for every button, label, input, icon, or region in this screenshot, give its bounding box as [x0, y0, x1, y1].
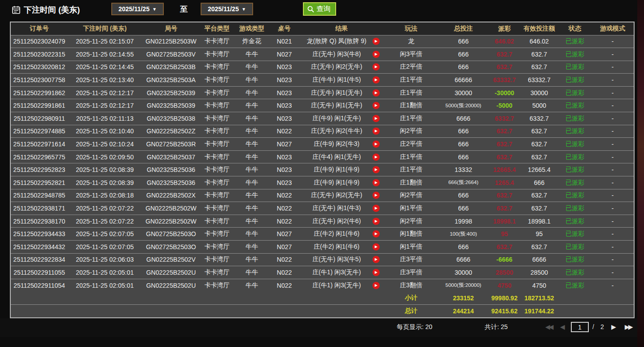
header-total-bet: 总投注 — [438, 22, 489, 35]
cell-table-no: N023 — [270, 61, 299, 74]
header-bet-time: 下注时间 (美东) — [68, 22, 142, 35]
cell-status: 已派彩 — [558, 189, 591, 202]
cell-order-id: 251125022971614 — [11, 138, 68, 151]
result-text: 庄(无牛) 闲2(牛6) — [312, 217, 361, 224]
replay-icon[interactable]: ▶ — [372, 38, 380, 45]
cell-total-bet: 30000 — [438, 266, 489, 279]
cell-payout: -6666 — [489, 253, 520, 266]
cell-bet-time: 2025-11-25 02:07:05 — [68, 241, 142, 254]
cell-round-id: GN02325B25036 — [142, 176, 200, 189]
cell-total-bet: 666 — [438, 202, 489, 215]
cell-payout: 6332.7 — [489, 112, 520, 125]
cell-status: 已派彩 — [558, 241, 591, 254]
cell-result: 庄(牛牛) 闲1(牛5) ▶ — [299, 74, 384, 87]
first-page-icon[interactable]: ◀◀ — [545, 323, 552, 330]
last-page-icon[interactable]: ▶▶ — [625, 323, 632, 330]
cell-game-mode: - — [591, 35, 634, 48]
cell-game-type: 炸金花 — [234, 35, 270, 48]
page-number-input[interactable] — [571, 322, 589, 332]
replay-icon[interactable]: ▶ — [372, 269, 380, 276]
replay-icon[interactable]: ▶ — [372, 102, 380, 109]
replay-icon[interactable]: ▶ — [372, 243, 380, 250]
cell-platform: 卡卡湾厅 — [200, 86, 234, 99]
subtotal-valid-bet: 182713.52 — [520, 292, 558, 305]
replay-icon[interactable]: ▶ — [372, 76, 380, 83]
cell-game-mode: - — [591, 150, 634, 163]
cell-table-no: N021 — [270, 35, 299, 48]
cell-game-mode: - — [591, 266, 634, 279]
cell-game-mode: - — [591, 228, 634, 241]
cell-total-bet: 666 — [438, 125, 489, 138]
cell-game-type: 牛牛 — [234, 125, 270, 138]
replay-icon[interactable]: ▶ — [372, 127, 380, 135]
cell-platform: 卡卡湾厅 — [200, 202, 234, 215]
cell-play: 庄2平倍 — [384, 138, 438, 151]
replay-icon[interactable]: ▶ — [372, 141, 380, 148]
replay-icon[interactable]: ▶ — [372, 282, 380, 289]
cell-table-no: N022 — [270, 202, 299, 215]
result-text: 庄(无牛) 闲3(牛8) — [312, 50, 361, 57]
cell-game-type: 牛牛 — [234, 48, 270, 61]
cell-total-bet: 6666 — [438, 253, 489, 266]
replay-icon[interactable]: ▶ — [372, 89, 380, 97]
cell-valid-bet: 63332.7 — [520, 74, 558, 87]
result-text: 庄(牛9) 闲1(牛9) — [314, 166, 359, 173]
cell-platform: 卡卡湾厅 — [200, 279, 234, 292]
cell-play: 庄1平倍 — [384, 150, 438, 163]
cell-platform: 卡卡湾厅 — [200, 48, 234, 61]
cell-valid-bet: 6666 — [520, 253, 558, 266]
cell-platform: 卡卡湾厅 — [200, 253, 234, 266]
result-text: 庄(无牛) 闲1(无牛) — [311, 101, 362, 109]
cell-status: 已派彩 — [558, 138, 591, 151]
cell-result: 庄(无牛) 闲3(牛8) ▶ — [299, 48, 384, 61]
replay-icon[interactable]: ▶ — [372, 166, 380, 173]
cell-result: 庄(牛2) 闲1(牛6) ▶ — [299, 241, 384, 254]
cell-table-no: N023 — [270, 163, 299, 176]
replay-icon[interactable]: ▶ — [372, 51, 380, 58]
cell-game-mode: - — [591, 189, 634, 202]
cell-platform: 卡卡湾厅 — [200, 74, 234, 87]
cell-round-id: GN02725B2503O — [142, 228, 200, 241]
cell-game-mode: - — [591, 253, 634, 266]
cell-round-id: GN02325B25039 — [142, 86, 200, 99]
cell-result: 庄(无牛) 闲2(牛6) ▶ — [299, 215, 384, 228]
next-page-icon[interactable]: ▶ — [611, 323, 616, 330]
query-button[interactable]: 查询 — [303, 2, 336, 16]
cell-order-id: 251125022980911 — [11, 112, 68, 125]
cell-status: 已派彩 — [558, 86, 591, 99]
replay-icon[interactable]: ▶ — [372, 256, 380, 263]
cell-payout: 1265.4 — [489, 176, 520, 189]
header-play: 玩法 — [384, 22, 438, 35]
toolbar: 下注时间 (美东) 2025/11/25 ▼ 至 2025/11/25 ▼ 查询 — [0, 0, 644, 22]
replay-icon[interactable]: ▶ — [372, 154, 380, 161]
cell-round-id: GN02225B2502Z — [142, 125, 200, 138]
result-text: 庄(无牛) 闲1(无牛) — [311, 89, 362, 96]
date-to-select[interactable]: 2025/11/25 ▼ — [201, 3, 253, 15]
prev-page-icon[interactable]: ◀ — [560, 323, 565, 330]
date-from-select[interactable]: 2025/11/25 ▼ — [111, 3, 164, 15]
cell-round-id: GN02325B2503A — [142, 74, 200, 87]
cell-order-id: 251125022991862 — [11, 86, 68, 99]
cell-valid-bet: 95 — [520, 228, 558, 241]
cell-valid-bet: 632.7 — [520, 138, 558, 151]
table-row: 251125022991862 2025-11-25 02:12:17 GN02… — [11, 86, 634, 99]
table-row: 251125023020812 2025-11-25 02:14:45 GN02… — [11, 61, 634, 74]
replay-icon[interactable]: ▶ — [372, 192, 380, 199]
header-valid-bet: 有效投注额 — [520, 22, 558, 35]
replay-icon[interactable]: ▶ — [372, 179, 380, 186]
cell-play: 闲2平倍 — [384, 125, 438, 138]
replay-icon[interactable]: ▶ — [372, 218, 380, 225]
cell-valid-bet: 632.7 — [520, 189, 558, 202]
replay-icon[interactable]: ▶ — [372, 115, 380, 122]
total-row: 总计 244214 92415.62 191744.22 — [11, 304, 634, 317]
cell-status: 已派彩 — [558, 176, 591, 189]
cell-payout: 632.7 — [489, 61, 520, 74]
replay-icon[interactable]: ▶ — [372, 63, 380, 70]
cell-result: 庄(牛4) 闲1(无牛) ▶ — [299, 150, 384, 163]
cell-game-mode: - — [591, 176, 634, 189]
cell-bet-time: 2025-11-25 02:09:50 — [68, 150, 142, 163]
cell-payout: 632.7 — [489, 138, 520, 151]
total-count-label: 共计: 25 — [485, 323, 508, 331]
replay-icon[interactable]: ▶ — [372, 230, 380, 237]
replay-icon[interactable]: ▶ — [372, 205, 380, 212]
